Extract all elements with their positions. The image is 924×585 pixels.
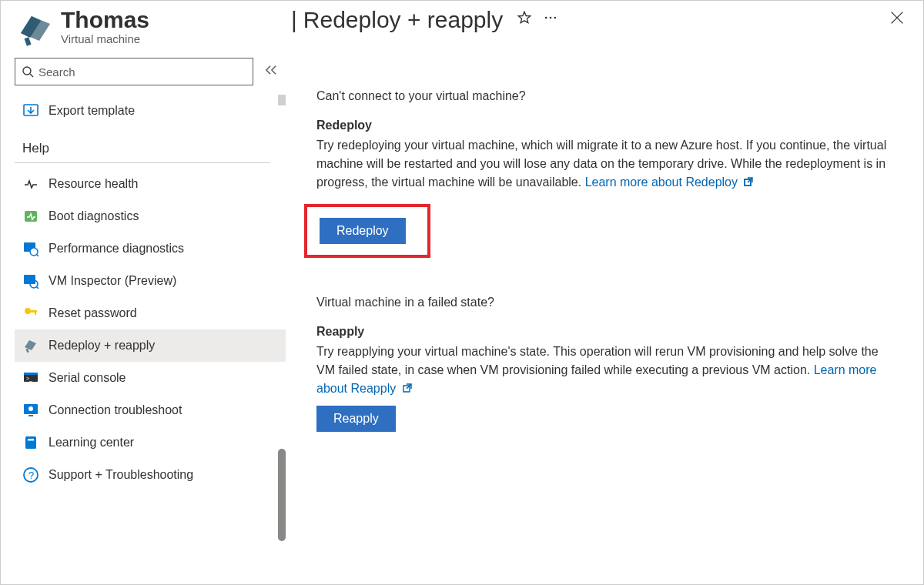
sidebar-item-support[interactable]: ? Support + Troubleshooting <box>15 459 286 491</box>
help-icon: ? <box>22 466 39 483</box>
reapply-section: Virtual machine in a failed state? Reapp… <box>316 293 900 432</box>
close-icon[interactable] <box>886 7 908 28</box>
content-area: Can't connect to your virtual machine? R… <box>286 48 923 584</box>
svg-line-15 <box>37 255 39 257</box>
sidebar-item-learning-center[interactable]: Learning center <box>15 426 286 459</box>
sidebar-item-label: Serial console <box>49 371 126 385</box>
sidebar-item-serial-console[interactable]: >_ Serial console <box>15 362 286 394</box>
favorite-star-icon[interactable] <box>517 10 532 25</box>
sidebar: Export template Help Resource health Boo… <box>1 48 286 584</box>
vm-type-subtitle: Virtual machine <box>61 32 149 45</box>
svg-rect-31 <box>28 439 34 441</box>
vm-inspector-icon <box>22 272 39 289</box>
svg-line-36 <box>407 384 411 389</box>
vm-icon <box>16 12 53 48</box>
blade-header: Thomas Virtual machine | Redeploy + reap… <box>1 1 923 48</box>
hammer-icon <box>22 337 39 354</box>
sidebar-scrollbar[interactable] <box>278 95 286 584</box>
reapply-question: Virtual machine in a failed state? <box>316 293 900 312</box>
svg-marker-22 <box>25 340 36 350</box>
page-title: Redeploy + reapply <box>303 7 503 32</box>
sidebar-search[interactable] <box>15 58 253 85</box>
reapply-description: Try reapplying your virtual machine's st… <box>316 343 900 398</box>
export-template-icon <box>22 102 39 119</box>
sidebar-item-label: VM Inspector (Preview) <box>49 274 176 288</box>
redeploy-section: Can't connect to your virtual machine? R… <box>316 87 900 258</box>
svg-rect-25 <box>24 373 38 375</box>
svg-rect-12 <box>25 211 37 222</box>
sidebar-item-label: Reset password <box>49 306 137 320</box>
key-icon <box>22 305 39 322</box>
sidebar-item-label: Support + Troubleshooting <box>49 468 193 482</box>
svg-rect-30 <box>25 436 36 449</box>
sidebar-item-resource-health[interactable]: Resource health <box>15 168 286 200</box>
monitor-icon <box>22 402 39 419</box>
sidebar-item-label: Redeploy + reapply <box>49 339 155 353</box>
sidebar-item-performance-diagnostics[interactable]: Performance diagnostics <box>15 232 286 265</box>
svg-point-6 <box>554 17 557 19</box>
sidebar-section-help: Help <box>15 127 270 163</box>
redeploy-learn-more-link[interactable]: Learn more about Redeploy <-rect/> <box>585 176 755 189</box>
svg-rect-2 <box>24 37 31 45</box>
sidebar-item-label: Connection troubleshoot <box>49 403 182 417</box>
sidebar-item-label: Resource health <box>49 177 139 191</box>
svg-point-9 <box>23 67 31 75</box>
sidebar-item-label: Boot diagnostics <box>49 209 139 223</box>
svg-text:?: ? <box>28 470 34 481</box>
svg-point-29 <box>28 406 33 411</box>
redeploy-title: Redeploy <box>316 116 900 135</box>
svg-rect-28 <box>28 415 33 416</box>
vm-name: Thomas <box>61 7 149 32</box>
sidebar-item-label: Performance diagnostics <box>49 242 184 256</box>
svg-line-35 <box>748 178 752 182</box>
svg-marker-3 <box>519 12 531 22</box>
sidebar-item-label: Learning center <box>49 436 134 450</box>
redeploy-description: Try redeploying your virtual machine, wh… <box>316 136 900 192</box>
book-icon <box>22 434 39 451</box>
external-link-icon <box>402 380 413 391</box>
external-link-icon: <-rect/> <box>743 174 754 185</box>
svg-text:>_: >_ <box>26 376 32 382</box>
svg-line-10 <box>30 74 33 77</box>
redeploy-button[interactable]: Redeploy <box>320 218 406 244</box>
sidebar-item-vm-inspector[interactable]: VM Inspector (Preview) <box>15 265 286 297</box>
console-icon: >_ <box>22 369 39 386</box>
performance-icon <box>22 240 39 257</box>
svg-line-18 <box>37 287 39 289</box>
sidebar-item-boot-diagnostics[interactable]: Boot diagnostics <box>15 200 286 232</box>
more-actions-icon[interactable] <box>543 10 558 25</box>
reapply-button[interactable]: Reapply <box>316 406 396 432</box>
svg-point-4 <box>545 17 547 19</box>
sidebar-item-export-template[interactable]: Export template <box>15 95 286 127</box>
title-separator: | <box>291 7 297 32</box>
search-icon <box>22 65 34 78</box>
redeploy-question: Can't connect to your virtual machine? <box>316 87 900 105</box>
sidebar-item-label: Export template <box>49 104 135 118</box>
boot-diagnostics-icon <box>22 208 39 225</box>
search-input[interactable] <box>38 65 246 79</box>
reapply-title: Reapply <box>316 323 900 341</box>
collapse-sidebar-icon[interactable] <box>261 62 281 82</box>
heartbeat-icon <box>22 176 39 192</box>
sidebar-item-redeploy-reapply[interactable]: Redeploy + reapply <box>15 329 286 362</box>
sidebar-item-connection-troubleshoot[interactable]: Connection troubleshoot <box>15 394 286 426</box>
sidebar-item-reset-password[interactable]: Reset password <box>15 297 286 329</box>
redeploy-highlight: Redeploy <box>304 204 430 258</box>
svg-rect-21 <box>35 310 36 315</box>
svg-point-5 <box>550 17 552 19</box>
